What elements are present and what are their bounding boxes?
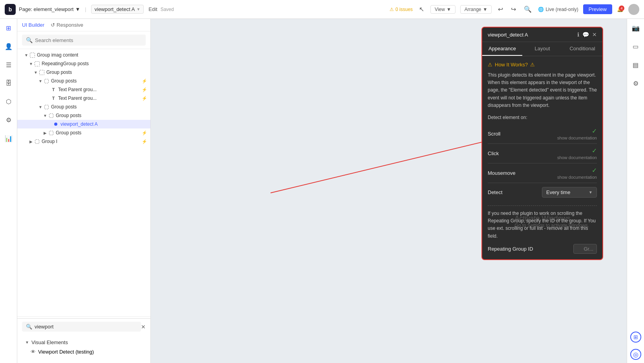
edit-label[interactable]: Edit <box>148 6 157 12</box>
settings-icon[interactable]: ⚙ <box>4 114 14 126</box>
tree-item-gp4[interactable]: ▼ Group posts <box>17 111 150 120</box>
page-arrow: ▼ <box>75 6 80 12</box>
toggle-gp5[interactable]: ▶ <box>42 130 48 136</box>
click-doc[interactable]: show documentation <box>557 155 597 160</box>
click-check[interactable]: ✓ <box>592 147 597 154</box>
visual-elements-section: ▼ Visual Elements 👁 Viewport Detect (tes… <box>22 335 146 360</box>
text1-label: Text Parent grou... <box>58 87 97 92</box>
tree-item-text1[interactable]: T Text Parent grou... ⚡ <box>17 85 150 94</box>
tab-conditional[interactable]: Conditional <box>562 42 602 56</box>
search-wrap: 🔍 <box>22 35 146 46</box>
detect-label: Detect <box>488 189 503 195</box>
gp2-icon <box>43 78 49 84</box>
view-button[interactable]: View ▼ <box>430 5 456 14</box>
canvas-area[interactable]: ⊕ ⊕ <box>151 19 627 363</box>
viewport-detect-testing-item[interactable]: 👁 Viewport Detect (testing) <box>22 347 146 357</box>
tree-item-gp2[interactable]: ▼ Group posts ⚡ <box>17 77 150 85</box>
page-selector[interactable]: Page: element_viewport ▼ <box>19 6 80 12</box>
tab-appearance[interactable]: Appearance <box>482 42 522 56</box>
tree-item-rg-posts[interactable]: ▼ RepeatingGroup posts <box>17 59 150 68</box>
how-it-works: ⚠ How It Works? ⚠ <box>488 62 597 68</box>
toggle-vd <box>47 121 53 127</box>
layers-icon[interactable]: ▭ <box>630 40 641 53</box>
view-label: View <box>435 7 445 12</box>
circle-icon[interactable]: ◎ <box>630 349 641 360</box>
undo-button[interactable]: ↩ <box>496 4 505 15</box>
tree-item-gp5[interactable]: ▶ Group posts ⚡ <box>17 128 150 137</box>
ve-header[interactable]: ▼ Visual Elements <box>22 338 146 347</box>
info-icon[interactable]: ℹ <box>577 31 579 38</box>
viewport-label: viewport_detect A <box>95 6 135 12</box>
close-icon[interactable]: ✕ <box>592 31 597 38</box>
search-button[interactable]: 🔍 <box>522 4 533 15</box>
users-icon[interactable]: 👤 <box>2 40 15 53</box>
tree-item-group-i[interactable]: ▶ Group I ⚡ <box>17 137 150 146</box>
user-avatar[interactable] <box>628 4 639 15</box>
toggle-gp4[interactable]: ▼ <box>42 113 48 118</box>
list-icon[interactable]: ☰ <box>4 59 14 71</box>
search-elements-input[interactable] <box>35 37 142 43</box>
refresh-icon: ↺ <box>51 22 55 28</box>
scroll-doc[interactable]: show documentation <box>557 136 597 140</box>
gp2-label: Group posts <box>51 78 77 84</box>
analytics-icon[interactable]: 📊 <box>2 132 15 145</box>
toggle-gp3[interactable]: ▼ <box>38 104 43 110</box>
ui-builder-icon[interactable]: ⊞ <box>4 22 13 34</box>
panel-tabs-row: Appearance Layout Conditional <box>482 42 602 56</box>
preview-button[interactable]: Preview <box>583 4 612 14</box>
tab-layout[interactable]: Layout <box>522 42 562 56</box>
gear-right-icon[interactable]: ⚙ <box>631 77 641 90</box>
chat-icon[interactable]: 💬 <box>582 31 589 38</box>
database-icon[interactable]: 🗄 <box>3 77 14 89</box>
click-label: Click <box>488 150 499 156</box>
text2-vis: ⚡ <box>142 96 147 101</box>
viewport-selector[interactable]: viewport_detect A ▼ <box>91 5 144 14</box>
main-layout: ⊞ 👤 ☰ 🗄 ⬡ ⚙ 📊 UI Builder ↺ Responsive 🔍 <box>0 19 644 363</box>
vd-testing-label: Viewport Detect (testing) <box>38 349 94 355</box>
tree-item-gp3[interactable]: ▼ Group posts <box>17 103 150 111</box>
text1-icon: T <box>50 86 57 93</box>
toggle-group-imag[interactable]: ▼ <box>24 52 29 58</box>
grid-icon[interactable]: ⊞ <box>630 332 641 343</box>
panel-title: viewport_detect A <box>488 32 528 38</box>
toggle-gp1[interactable]: ▼ <box>33 70 38 75</box>
right-icon-rail: 📷 ▭ ▤ ⚙ ⊞ ◎ <box>627 19 644 363</box>
toggle-gp2[interactable]: ▼ <box>38 78 43 84</box>
tab-ui-builder[interactable]: UI Builder <box>22 22 44 28</box>
camera-icon[interactable]: 📷 <box>629 22 642 34</box>
tree-item-text2[interactable]: T Text Parent grou... ⚡ <box>17 94 150 103</box>
tree-item-group-imag[interactable]: ▼ Group imag content <box>17 51 150 59</box>
redo-button[interactable]: ↪ <box>509 4 518 15</box>
repeating-desc: If you need the plugin to work on scroll… <box>488 210 597 240</box>
scroll-right: ✓ show documentation <box>557 127 597 140</box>
layout-icon[interactable]: ▤ <box>630 59 641 71</box>
repeating-id-input[interactable]: Gr... <box>573 244 597 254</box>
notification-button[interactable]: 🔔 4 <box>617 6 624 12</box>
detect-value: Every time <box>546 189 570 195</box>
search-close-button[interactable]: ✕ <box>141 324 146 330</box>
cursor-button[interactable]: ↖ <box>417 4 426 15</box>
toggle-gi[interactable]: ▶ <box>28 139 34 144</box>
tab-responsive-label: Responsive <box>57 22 83 28</box>
viewport-search-input[interactable] <box>35 324 137 330</box>
live-button[interactable]: 🌐 Live (read-only) <box>538 7 578 12</box>
scroll-check[interactable]: ✓ <box>592 127 597 135</box>
mousemove-doc[interactable]: show documentation <box>557 175 597 180</box>
tree-item-viewport-detect[interactable]: viewport_detect A <box>17 120 150 128</box>
panel-body: ⚠ How It Works? ⚠ This plugin detects it… <box>482 56 602 259</box>
issues-count: 0 issues <box>395 7 413 12</box>
detect-dropdown[interactable]: Every time ▼ <box>542 187 597 198</box>
toggle-rg[interactable]: ▼ <box>28 61 34 66</box>
arrange-label: Arrange <box>465 7 481 12</box>
page-label: Page: element_viewport <box>19 6 73 12</box>
map-icon[interactable]: ⬡ <box>4 95 14 108</box>
tree-item-gp1[interactable]: ▼ Group posts <box>17 68 150 77</box>
tab-responsive[interactable]: ↺ Responsive <box>51 22 83 28</box>
issues-button[interactable]: ⚠ 0 issues <box>390 7 413 12</box>
mousemove-check[interactable]: ✓ <box>592 167 597 174</box>
rg-icon <box>34 60 40 67</box>
gp3-icon <box>43 104 49 110</box>
scroll-row: Scroll ✓ show documentation <box>488 124 597 144</box>
arrange-button[interactable]: Arrange ▼ <box>460 5 492 14</box>
globe-icon: 🌐 <box>538 7 544 12</box>
